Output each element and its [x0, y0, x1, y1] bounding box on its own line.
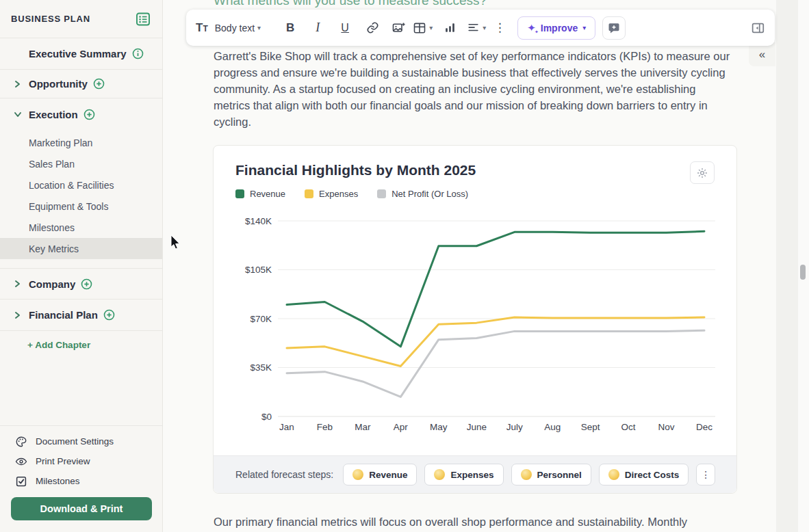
svg-text:$70K: $70K: [250, 314, 272, 324]
svg-text:$35K: $35K: [250, 362, 272, 373]
alignment-dropdown[interactable]: ▾: [467, 21, 486, 34]
forecast-steps-more-button[interactable]: ⋮: [696, 464, 715, 486]
add-section-icon[interactable]: [93, 78, 105, 90]
checkbox-checked-icon: [15, 475, 27, 488]
forecast-step-direct-costs-button[interactable]: Direct Costs: [599, 464, 689, 486]
add-section-icon[interactable]: [81, 278, 92, 290]
chevron-down-icon[interactable]: [14, 111, 22, 118]
sparkle-icon: ✦: [527, 22, 536, 34]
print-preview-item[interactable]: Print Preview: [15, 451, 162, 471]
line-chart[interactable]: $0$35K$70K$105K$140KJanFebMarAprMayJuneJ…: [223, 210, 730, 440]
sidebar-item-executive-summary[interactable]: Executive Summary: [0, 38, 162, 70]
more-options-button[interactable]: ⋮: [491, 16, 508, 40]
eye-icon: [15, 455, 27, 468]
coin-icon: [521, 469, 532, 480]
underline-button[interactable]: U: [333, 16, 357, 40]
sidebar-item-key-metrics[interactable]: Key Metrics: [0, 238, 162, 259]
svg-text:Sept: Sept: [581, 422, 600, 432]
legend-item-revenue[interactable]: Revenue: [235, 189, 285, 199]
sidebar-item-sales-plan[interactable]: Sales Plan: [0, 153, 162, 174]
svg-text:Oct: Oct: [621, 422, 636, 432]
rich-text-toolbar: TT Body text ▾ B I U ▾ ▾ ⋮ ✦ Improve ▾: [186, 10, 775, 46]
chart-settings-button[interactable]: [690, 161, 715, 184]
svg-text:Aug: Aug: [544, 422, 561, 432]
sidebar-item-location-facilities[interactable]: Location & Facilities: [0, 174, 162, 196]
insert-image-button[interactable]: [387, 16, 410, 40]
document-outline-sidebar: BUSINESS PLAN Executive Summary Opportun…: [0, 0, 163, 532]
svg-text:Nov: Nov: [658, 422, 675, 432]
sidebar-utilities: Document Settings Print Preview Mileston…: [0, 425, 162, 491]
svg-text:Jan: Jan: [279, 422, 294, 432]
svg-text:$0: $0: [261, 412, 272, 422]
add-section-icon[interactable]: [84, 109, 95, 120]
italic-button[interactable]: I: [306, 16, 329, 40]
bold-button[interactable]: B: [279, 16, 302, 40]
sidebar-item-execution[interactable]: Execution: [0, 98, 162, 130]
legend-item-net-profit[interactable]: Net Profit (Or Loss): [377, 189, 468, 199]
sidebar-title: BUSINESS PLAN: [11, 14, 90, 24]
intro-paragraph[interactable]: Garrett's Bike Shop will track a compreh…: [214, 48, 732, 130]
insert-table-dropdown[interactable]: ▾: [413, 21, 433, 35]
expenses-swatch: [305, 189, 313, 198]
chevron-right-icon[interactable]: [14, 311, 21, 319]
financial-highlights-chart-card: Financial Highlights by Month 2025 Reven…: [213, 145, 737, 494]
svg-text:Feb: Feb: [317, 422, 333, 432]
scrollbar-thumb[interactable]: [800, 265, 806, 280]
add-section-icon[interactable]: [103, 309, 115, 321]
chevron-right-icon[interactable]: [14, 280, 21, 288]
coin-icon: [352, 469, 363, 480]
svg-text:Mar: Mar: [355, 422, 371, 432]
link-button[interactable]: [361, 16, 384, 40]
download-print-button[interactable]: Download & Print: [11, 497, 152, 520]
outline-view-icon[interactable]: [135, 11, 151, 27]
text-style-icon: TT: [196, 21, 208, 35]
chevron-down-icon: ▾: [483, 24, 486, 31]
legend-item-expenses[interactable]: Expenses: [305, 189, 358, 199]
toggle-side-panel-button[interactable]: [750, 21, 765, 36]
collapse-panel-tab[interactable]: «: [749, 42, 775, 66]
insert-chart-button[interactable]: [438, 16, 461, 40]
forecast-step-personnel-button[interactable]: Personnel: [511, 464, 591, 486]
coin-icon: [608, 469, 619, 480]
add-comment-button[interactable]: [602, 16, 626, 40]
net-profit-swatch: [377, 189, 386, 198]
sidebar-header: BUSINESS PLAN: [0, 0, 162, 38]
palette-icon: [15, 436, 27, 448]
chart-legend: Revenue Expenses Net Profit (Or Loss): [235, 189, 468, 199]
svg-text:Apr: Apr: [394, 422, 409, 432]
revenue-swatch: [235, 189, 244, 198]
chevron-right-icon[interactable]: [14, 80, 21, 88]
milestones-item[interactable]: Milestones: [15, 471, 162, 491]
right-gutter: [776, 0, 809, 532]
document-editor-area: What metrics will you use to measure suc…: [163, 0, 776, 532]
svg-text:May: May: [430, 422, 448, 432]
sidebar-item-equipment-tools[interactable]: Equipment & Tools: [0, 196, 162, 217]
sidebar-item-marketing-plan[interactable]: Marketing Plan: [0, 132, 162, 153]
svg-text:$140K: $140K: [245, 216, 272, 226]
forecast-steps-footer: Related forecast steps: Revenue Expenses…: [214, 455, 736, 493]
closing-paragraph[interactable]: Our primary financial metrics will focus…: [214, 514, 732, 530]
forecast-step-revenue-button[interactable]: Revenue: [343, 464, 417, 486]
double-chevron-left-icon: «: [759, 48, 765, 62]
chevron-down-icon: ▾: [429, 24, 433, 31]
ai-improve-button[interactable]: ✦ Improve ▾: [517, 16, 595, 40]
svg-text:July: July: [506, 422, 523, 432]
chevron-down-icon: ▾: [582, 24, 586, 31]
sidebar-item-financial-plan[interactable]: Financial Plan: [0, 300, 162, 331]
forecast-step-expenses-button[interactable]: Expenses: [424, 464, 503, 486]
info-icon[interactable]: [132, 48, 144, 59]
chevron-down-icon: ▾: [257, 24, 261, 31]
forecast-steps-label: Related forecast steps:: [235, 469, 333, 480]
document-settings-item[interactable]: Document Settings: [15, 431, 162, 451]
svg-text:June: June: [467, 422, 487, 432]
chapter-question-heading: What metrics will you use to measure suc…: [214, 0, 487, 8]
text-style-dropdown[interactable]: TT Body text ▾: [196, 21, 261, 35]
svg-text:Dec: Dec: [696, 422, 712, 432]
coin-icon: [434, 469, 445, 480]
svg-text:$105K: $105K: [245, 265, 272, 275]
sidebar-item-company[interactable]: Company: [0, 268, 162, 300]
add-chapter-button[interactable]: + Add Chapter: [27, 340, 90, 350]
chart-title: Financial Highlights by Month 2025: [235, 162, 476, 178]
sidebar-item-opportunity[interactable]: Opportunity: [0, 70, 162, 98]
sidebar-item-milestones[interactable]: Milestones: [0, 217, 162, 238]
